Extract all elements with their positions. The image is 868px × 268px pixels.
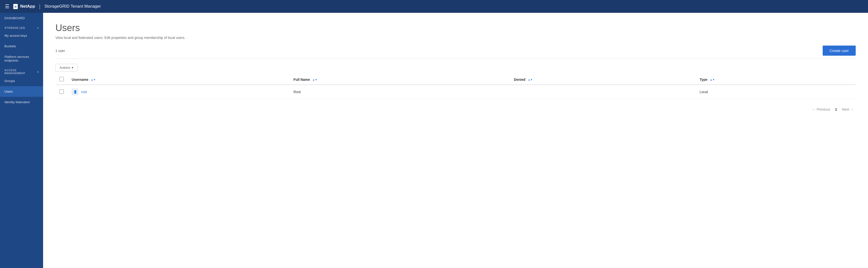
col-username[interactable]: Username ▲▼ — [68, 75, 289, 85]
storage-caret: ∧ — [37, 27, 39, 29]
select-all-checkbox[interactable] — [59, 77, 64, 81]
row-denied-cell — [510, 85, 695, 99]
actions-caret: ▾ — [72, 66, 73, 69]
table-body: 👤 root Root Local — [55, 85, 856, 99]
row-type-cell: Local — [696, 85, 856, 99]
page-description: View local and federated users. Edit pro… — [55, 36, 856, 40]
users-table: Username ▲▼ Full Name ▲▼ Denied ▲▼ Type … — [55, 75, 856, 99]
col-type[interactable]: Type ▲▼ — [696, 75, 856, 85]
page-title: Users — [55, 23, 856, 33]
username-sort-icon: ▲▼ — [91, 79, 96, 81]
hamburger-menu[interactable]: ☰ — [5, 3, 9, 9]
col-full-name[interactable]: Full Name ▲▼ — [289, 75, 510, 85]
row-select-cell[interactable] — [55, 85, 68, 99]
access-mgmt-caret: ∧ — [37, 70, 39, 73]
row-fullname-cell: Root — [289, 85, 510, 99]
netapp-logo-icon: n — [13, 4, 18, 9]
actions-label: Actions — [60, 66, 70, 69]
denied-sort-icon: ▲▼ — [528, 79, 533, 81]
table-row: 👤 root Root Local — [55, 85, 856, 99]
fullname-sort-icon: ▲▼ — [312, 79, 317, 81]
app-title: StorageGRID Tenant Manager — [44, 4, 101, 9]
select-all-cell[interactable] — [55, 75, 68, 85]
sidebar-item-groups[interactable]: Groups — [0, 76, 43, 86]
toolbar-row: 1 user Create user — [55, 46, 856, 59]
sidebar-item-my-access-keys[interactable]: My access keys — [0, 30, 43, 41]
sidebar: DASHBOARD STORAGE (S3) ∧ My access keys … — [0, 13, 43, 268]
main-layout: DASHBOARD STORAGE (S3) ∧ My access keys … — [0, 13, 868, 268]
sidebar-item-users[interactable]: Users — [0, 86, 43, 97]
actions-button[interactable]: Actions ▾ — [55, 64, 78, 71]
previous-button[interactable]: ← Previous — [810, 107, 832, 112]
topbar: ☰ n NetApp | StorageGRID Tenant Manager — [0, 0, 868, 13]
row-user-icon: 👤 — [72, 88, 79, 95]
content-area: Users View local and federated users. Ed… — [43, 13, 868, 268]
sidebar-section-access-mgmt[interactable]: ACCESS MANAGEMENT ∧ — [0, 66, 43, 76]
sidebar-item-buckets[interactable]: Buckets — [0, 41, 43, 52]
row-username-link[interactable]: root — [81, 90, 87, 94]
sidebar-item-identity-federation[interactable]: Identity federation — [0, 97, 43, 108]
sidebar-item-platform-services[interactable]: Platform services endpoints — [0, 52, 43, 66]
previous-label: Previous — [817, 108, 830, 111]
pagination-row: ← Previous 1 Next → — [55, 107, 856, 112]
type-sort-icon: ▲▼ — [710, 79, 715, 81]
left-arrow-icon: ← — [812, 108, 815, 111]
actions-row: Actions ▾ — [55, 64, 856, 71]
netapp-logo: n NetApp — [13, 4, 35, 9]
sidebar-section-storage[interactable]: STORAGE (S3) ∧ — [0, 23, 43, 30]
col-denied[interactable]: Denied ▲▼ — [510, 75, 695, 85]
netapp-logo-text: NetApp — [20, 4, 35, 9]
next-label: Next — [842, 108, 849, 111]
right-arrow-icon: → — [850, 108, 854, 111]
topbar-divider: | — [39, 3, 40, 9]
row-checkbox[interactable] — [59, 89, 64, 94]
table-header: Username ▲▼ Full Name ▲▼ Denied ▲▼ Type … — [55, 75, 856, 85]
user-count: 1 user — [55, 49, 65, 53]
row-username-cell: 👤 root — [68, 85, 289, 99]
create-user-button[interactable]: Create user — [823, 46, 856, 56]
sidebar-item-dashboard[interactable]: DASHBOARD — [0, 13, 43, 23]
next-button[interactable]: Next → — [840, 107, 856, 112]
pagination-current-page: 1 — [835, 108, 837, 111]
